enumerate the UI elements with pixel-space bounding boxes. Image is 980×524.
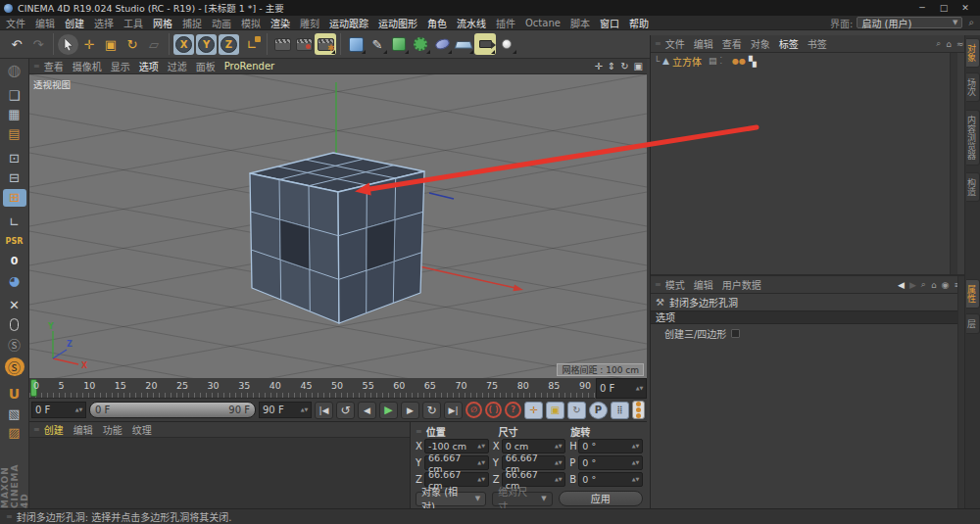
key-rotation-button[interactable]: ↻ <box>567 402 586 419</box>
make-editable-button[interactable]: ◍ <box>3 61 26 79</box>
spinner-icon[interactable]: ▲▼ <box>478 461 485 465</box>
menu-select[interactable]: 选择 <box>94 16 114 30</box>
toggle-view-icon[interactable]: ▣ <box>634 61 643 71</box>
goto-start-button[interactable]: |◀ <box>315 402 333 419</box>
viewport-solo-button[interactable]: ◕ <box>3 271 26 289</box>
viewport-canvas[interactable]: Y X Z <box>29 74 647 378</box>
am-menu-userdata[interactable]: 用户数据 <box>722 277 761 292</box>
rotation-b-field[interactable]: 0 °▲▼ <box>578 472 643 487</box>
coord-mode-dropdown[interactable]: 对象 (相对)▼ <box>416 492 486 506</box>
apply-button[interactable]: 应用 <box>559 491 643 506</box>
autokey-s-button[interactable]: Ⓢ <box>5 357 24 376</box>
cube-object[interactable] <box>250 153 424 323</box>
perspective-viewport[interactable]: ≡ 查看 摄像机 显示 选项 过滤 面板 ProRender ✛ ⇕ ↻ ▣ 透… <box>29 59 647 378</box>
active-tool-row[interactable]: ⚒ 封闭多边形孔洞 <box>651 294 965 310</box>
spinner-icon[interactable]: ▲▼ <box>75 408 82 412</box>
keyframe-selection-button[interactable] <box>632 401 645 419</box>
vp-menu-view[interactable]: 查看 <box>44 59 64 73</box>
scale-tool[interactable]: ▣ <box>100 33 122 55</box>
tab-objects[interactable]: 对象 <box>966 38 980 68</box>
spline-pen-button[interactable]: ✎ <box>367 33 388 55</box>
rotate-tool[interactable]: ↻ <box>122 33 143 55</box>
workplane-align-button[interactable]: ▨ <box>3 424 26 442</box>
menu-tools[interactable]: 工具 <box>123 16 143 30</box>
deformer-button[interactable] <box>410 33 431 55</box>
play-button[interactable]: ▶ <box>379 402 398 419</box>
spinner-icon[interactable]: ▲▼ <box>555 445 562 449</box>
grip-icon[interactable]: ≡ <box>655 280 661 289</box>
spinner-icon[interactable]: ▲▼ <box>478 478 485 482</box>
frame-field[interactable]: 0 F▲▼ <box>596 378 647 399</box>
menu-animate[interactable]: 动画 <box>212 16 231 30</box>
menu-help[interactable]: 帮助 <box>629 16 649 30</box>
grip-icon[interactable]: ≡ <box>33 62 39 71</box>
magnet-tool-button[interactable]: U <box>3 385 26 403</box>
visibility-dots-icon[interactable]: ⁚ <box>719 57 721 66</box>
om-menu-objects[interactable]: 对象 <box>751 36 770 51</box>
menu-script[interactable]: 脚本 <box>570 16 590 30</box>
mouse-input-button[interactable] <box>3 315 26 333</box>
autokeying-button[interactable]: ( ) <box>485 402 502 418</box>
menu-simulate[interactable]: 模拟 <box>241 16 261 30</box>
menu-file[interactable]: 文件 <box>6 16 25 30</box>
minimize-button[interactable]: ─ <box>911 3 933 13</box>
menu-render[interactable]: 渲染 <box>270 16 290 30</box>
floor-button[interactable] <box>453 33 474 55</box>
enable-axis-button[interactable]: ∟ <box>3 214 26 231</box>
menu-sculpt[interactable]: 雕刻 <box>300 16 319 30</box>
vp-menu-options[interactable]: 选项 <box>139 59 159 73</box>
model-mode-button[interactable]: ❑ <box>3 86 26 104</box>
close-button[interactable]: ✕ <box>955 3 976 13</box>
add-cube-button[interactable] <box>345 33 367 55</box>
tab-takes[interactable]: 场次 <box>966 72 980 102</box>
snap-toggle-button[interactable]: ✕ <box>3 296 26 313</box>
menu-edit[interactable]: 编辑 <box>35 16 55 30</box>
undo-button[interactable]: ↶ <box>6 33 27 55</box>
om-scrollbar[interactable] <box>950 53 957 276</box>
target-icon[interactable]: ◉ <box>942 280 950 290</box>
spinner-icon[interactable]: ▲▼ <box>632 445 639 449</box>
render-view-button[interactable] <box>271 33 293 55</box>
vp-menu-prorender[interactable]: ProRender <box>224 61 274 71</box>
preview-range-slider[interactable]: 0 F90 F <box>89 402 256 418</box>
vp-menu-panel[interactable]: 面板 <box>196 59 216 73</box>
y-axis-lock-button[interactable]: Y <box>196 34 217 55</box>
om-menu-bookmarks[interactable]: 书签 <box>808 36 827 51</box>
grip-icon[interactable]: ≡ <box>416 427 421 436</box>
key-position-button[interactable]: ✛ <box>524 402 543 419</box>
menu-motion-tracker[interactable]: 运动跟踪 <box>329 16 368 30</box>
spinner-icon[interactable]: ▲▼ <box>632 461 639 465</box>
next-frame-button[interactable]: ▶ <box>401 402 419 419</box>
keyframe-s-button[interactable]: Ⓢ <box>3 335 26 354</box>
workplane-lock-button[interactable]: ▧ <box>3 405 26 422</box>
object-list[interactable]: └ ▲ 立方体 ▤ ⁚ ●● ▚ <box>651 53 957 276</box>
mat-menu-create[interactable]: 创建 <box>44 422 64 437</box>
spinner-icon[interactable]: ▲▼ <box>632 478 639 482</box>
lock-icon[interactable]: ⌂ <box>931 280 937 290</box>
search-icon[interactable]: ⌕ <box>968 17 974 28</box>
camera-button[interactable] <box>474 33 496 55</box>
menu-create[interactable]: 创建 <box>65 16 84 30</box>
goto-end-button[interactable]: ▶| <box>444 402 463 419</box>
spinner-icon[interactable]: ▲▼ <box>555 461 562 465</box>
x-axis-lock-button[interactable]: X <box>173 34 194 55</box>
end-frame-field[interactable]: 90 F▲▼ <box>259 402 312 418</box>
psr-button[interactable]: PSR <box>3 233 26 251</box>
rotation-h-field[interactable]: 0 °▲▼ <box>578 439 643 453</box>
pan-view-icon[interactable]: ✛ <box>594 61 602 71</box>
edit-state-icon[interactable]: ▤ <box>709 56 717 66</box>
create-ngons-checkbox[interactable] <box>731 329 740 338</box>
points-mode-button[interactable]: ⊡ <box>3 150 26 167</box>
edges-mode-button[interactable]: ⊟ <box>3 169 26 187</box>
vp-menu-filter[interactable]: 过滤 <box>168 59 187 73</box>
phong-tag-icon[interactable]: ▚ <box>749 56 757 67</box>
mat-menu-function[interactable]: 功能 <box>103 422 122 437</box>
menu-mesh[interactable]: 网格 <box>153 16 172 30</box>
z-axis-lock-button[interactable]: Z <box>219 34 239 55</box>
field-button[interactable] <box>431 33 453 55</box>
om-menu-file[interactable]: 文件 <box>665 36 685 51</box>
render-settings-button[interactable] <box>315 33 336 55</box>
last-tool-button[interactable]: ▱ <box>143 33 165 55</box>
tab-structure[interactable]: 构造 <box>966 172 980 202</box>
tab-layers[interactable]: 层 <box>966 313 980 334</box>
